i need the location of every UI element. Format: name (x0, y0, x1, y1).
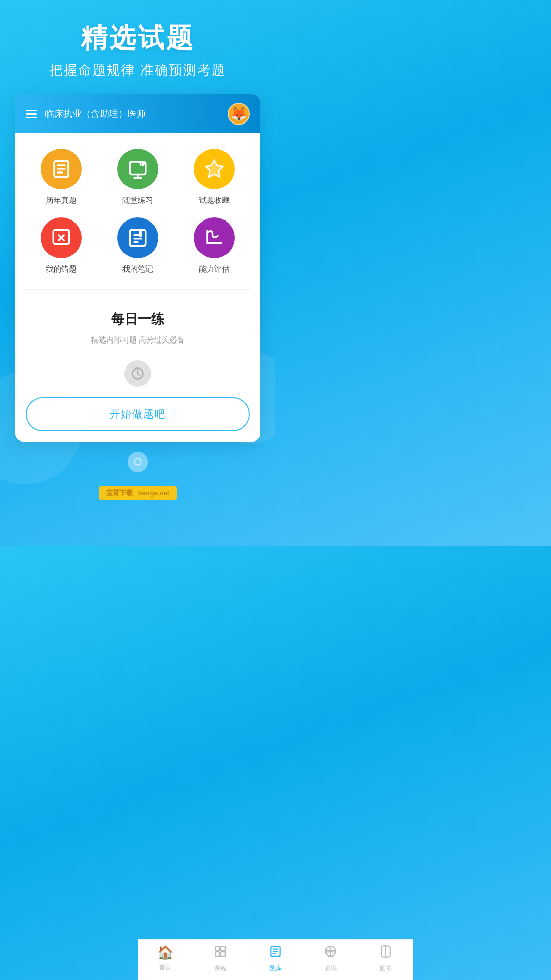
grid-icon-history (41, 149, 82, 189)
grid-icon-ability (194, 217, 235, 258)
daily-icon-row (26, 360, 250, 387)
grid-label-class: 随堂练习 (122, 195, 153, 205)
grid-label-collect: 试题收藏 (199, 195, 230, 205)
svg-text:!: ! (141, 163, 142, 166)
grid-item-collect[interactable]: 试题收藏 (179, 149, 250, 205)
grid-icon-wrong (41, 217, 82, 258)
hero-title: 精选试题 (10, 20, 265, 56)
grid-label-notes: 我的笔记 (122, 264, 153, 274)
grid-item-ability[interactable]: 能力评估 (179, 217, 250, 274)
daily-section: 每日一练 精选内部习题 高分过关必备 开始做题吧 (15, 295, 260, 442)
card-header-title: 临床执业（含助理）医师 (45, 108, 228, 120)
grid-icon-notes (117, 217, 158, 258)
icon-grid-section: 历年真题 ! 随堂练习 试题收藏 我的错题 (15, 133, 260, 284)
below-card (0, 442, 276, 482)
grid-icon-class: ! (117, 149, 158, 189)
avatar[interactable]: 🦊 (228, 103, 250, 125)
avatar-icon: 🦊 (231, 106, 247, 122)
hero-subtitle: 把握命题规律 准确预测考题 (10, 61, 265, 79)
watermark-badge: 宝哥下载 baoge.net (99, 486, 177, 500)
svg-marker-9 (206, 160, 223, 177)
grid-item-wrong[interactable]: 我的错题 (26, 217, 97, 274)
start-practice-button[interactable]: 开始做题吧 (26, 397, 250, 431)
watermark-domain: baoge.net (138, 489, 169, 497)
grid-label-wrong: 我的错题 (46, 264, 77, 274)
watermark-text: 宝哥下载 (106, 489, 133, 497)
grid-item-notes[interactable]: 我的笔记 (102, 217, 173, 274)
grid-icon-collect (194, 149, 235, 189)
section-divider (26, 289, 250, 290)
grid-label-ability: 能力评估 (199, 264, 230, 274)
daily-title: 每日一练 (26, 310, 250, 328)
grid-item-class[interactable]: ! 随堂练习 (102, 149, 173, 205)
watermark: 宝哥下载 baoge.net (0, 482, 276, 546)
hero-section: 精选试题 把握命题规律 准确预测考题 (0, 0, 276, 94)
grid-item-history[interactable]: 历年真题 (26, 149, 97, 205)
menu-button[interactable] (26, 110, 37, 118)
app-card: 临床执业（含助理）医师 🦊 历年真题 ! 随堂练习 (15, 94, 260, 442)
grid-label-history: 历年真题 (46, 195, 77, 205)
scroll-indicator (128, 452, 148, 472)
svg-point-20 (134, 458, 141, 465)
card-header: 临床执业（含助理）医师 🦊 (15, 94, 260, 133)
daily-subtitle: 精选内部习题 高分过关必备 (26, 335, 250, 345)
icon-grid: 历年真题 ! 随堂练习 试题收藏 我的错题 (26, 149, 250, 274)
svg-point-7 (140, 161, 145, 166)
daily-circle-icon (124, 360, 151, 387)
